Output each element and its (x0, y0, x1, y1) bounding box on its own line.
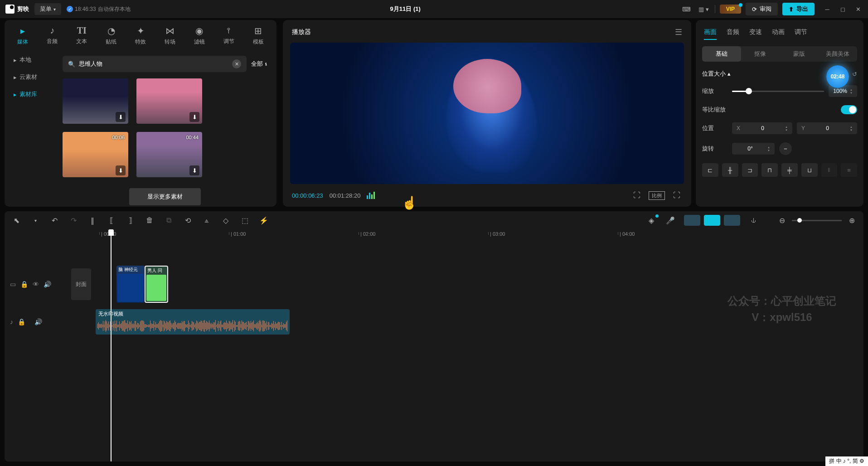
copy-icon[interactable]: ⧉ (163, 216, 174, 224)
align-right-icon[interactable]: ⊐ (742, 163, 758, 177)
player-menu-icon[interactable]: ☰ (675, 27, 682, 37)
audio-mute-icon[interactable]: 🔊 (34, 318, 42, 325)
rotation-minus-button[interactable]: − (779, 142, 792, 155)
align-left-icon[interactable]: ⊏ (702, 163, 718, 177)
close-button[interactable]: ✕ (853, 5, 863, 14)
show-more-button[interactable]: 显示更多素材 (129, 188, 201, 205)
fullscreen-icon[interactable]: ⛶ (671, 190, 682, 200)
split-icon[interactable]: ‖ (87, 216, 98, 225)
tab-transition[interactable]: ⋈转场 (155, 24, 184, 48)
audio-clip[interactable]: 无水印视频 (96, 309, 290, 335)
search-box[interactable]: 🔍 ✕ (63, 56, 247, 72)
props-tab-video[interactable]: 画面 (704, 28, 717, 40)
media-thumbnail[interactable]: ⬇ (63, 78, 128, 124)
video-clip-2[interactable]: 男人 问 (145, 266, 168, 303)
props-tab-anim[interactable]: 动画 (772, 28, 785, 40)
filter-all-button[interactable]: 全部 ⫮ (251, 60, 267, 68)
media-thumbnail[interactable]: 00:06⬇ (63, 132, 128, 177)
align-top-icon[interactable]: ⊓ (761, 163, 778, 177)
subcat-library[interactable]: ▸ 素材库 (8, 86, 54, 103)
zoom-in-icon[interactable]: ⊕ (846, 216, 857, 225)
props-tab-audio[interactable]: 音频 (727, 28, 739, 40)
link-icon[interactable]: ⫝ (748, 216, 759, 224)
playhead[interactable] (111, 229, 112, 461)
subcat-cloud[interactable]: ▸ 云素材 (8, 68, 54, 86)
download-icon[interactable]: ⬇ (116, 165, 126, 175)
download-icon[interactable]: ⬇ (116, 112, 126, 122)
props-tab-speed[interactable]: 变速 (749, 28, 762, 40)
download-icon[interactable]: ⬇ (189, 165, 199, 175)
position-x-input[interactable]: X0▲▼ (732, 122, 792, 134)
reset-icon[interactable]: ↺ (852, 71, 857, 78)
media-thumbnail[interactable]: ⬇ (136, 78, 202, 124)
zoom-out-icon[interactable]: ⊖ (776, 216, 787, 225)
voiceover-icon[interactable]: 🎤 (665, 216, 676, 225)
timeline[interactable]: | 00:00 | 01:00 | 02:00 | 03:00 | 04:00 … (5, 229, 863, 461)
track-visibility-icon[interactable]: ▭ (10, 281, 16, 288)
tab-filter[interactable]: ◉滤镜 (184, 24, 214, 48)
vip-badge[interactable]: VIP (720, 5, 741, 14)
track-mute-icon[interactable]: 🔊 (44, 281, 51, 288)
tab-template[interactable]: ⊞模板 (243, 24, 273, 48)
tab-effects[interactable]: ✦特效 (126, 24, 155, 48)
export-button[interactable]: ⬆ 导出 (782, 3, 815, 15)
track-eye-icon[interactable]: 👁 (33, 281, 39, 288)
track-mode-2[interactable] (704, 215, 720, 226)
rotate-icon[interactable]: ◇ (220, 216, 231, 225)
layout-icon[interactable]: ▥ ▾ (698, 5, 710, 14)
video-clip-1[interactable]: 脑 神经元 (116, 266, 145, 303)
subtab-mask[interactable]: 蒙版 (780, 46, 819, 62)
subtab-beauty[interactable]: 美颜美体 (819, 46, 858, 62)
subcat-local[interactable]: ▸ 本地 (8, 51, 54, 68)
clear-search-button[interactable]: ✕ (232, 59, 241, 68)
subtab-cutout[interactable]: 抠像 (741, 46, 780, 62)
track-mode-3[interactable] (724, 215, 740, 226)
position-y-input[interactable]: Y0▲▼ (797, 122, 857, 134)
menu-button[interactable]: 菜单▾ (34, 3, 61, 15)
select-tool-icon[interactable]: ⬉ (11, 216, 22, 225)
media-thumbnail[interactable]: 00:44⬇ (136, 132, 202, 177)
delete-icon[interactable]: 🗑 (144, 216, 155, 224)
mirror-icon[interactable]: ⟁ (201, 216, 212, 224)
zoom-slider[interactable] (792, 220, 842, 221)
keyboard-icon[interactable]: ⌨ (680, 5, 693, 14)
track-lock-icon[interactable]: 🔒 (20, 281, 28, 288)
undo-icon[interactable]: ↶ (49, 216, 60, 225)
ratio-button[interactable]: 比例 (649, 191, 665, 200)
maximize-button[interactable]: ◻ (838, 5, 847, 14)
crop-icon[interactable]: ⬚ (239, 216, 250, 225)
align-center-v-icon[interactable]: ╪ (781, 163, 798, 177)
tab-sticker[interactable]: ◔贴纸 (97, 24, 126, 48)
ime-status-bar[interactable]: 拼 中 ♪ °, 简 ⚙ (825, 456, 868, 466)
magnet-icon[interactable]: ◈ (646, 216, 657, 225)
redo-icon[interactable]: ↷ (68, 216, 79, 225)
props-tab-adjust[interactable]: 调节 (795, 28, 807, 40)
select-dropdown-icon[interactable]: ▾ (30, 218, 41, 223)
rotation-input[interactable]: 0°▲▼ (732, 143, 775, 155)
audio-lock-icon[interactable]: 🔒 (18, 318, 25, 325)
player-viewport[interactable] (290, 43, 684, 184)
media-grid: ⬇ ⬇ 00:06⬇ 00:44⬇ (63, 78, 267, 177)
trim-right-icon[interactable]: ⟧ (125, 216, 136, 225)
cover-button[interactable]: 封面 (71, 268, 91, 300)
tab-audio[interactable]: ♪音频 (38, 24, 67, 48)
align-bottom-icon[interactable]: ⊔ (801, 163, 818, 177)
tab-media[interactable]: ▸媒体 (8, 24, 38, 48)
subtab-basic[interactable]: 基础 (702, 46, 741, 62)
trim-left-icon[interactable]: ⟦ (106, 216, 117, 225)
search-input[interactable] (79, 61, 228, 68)
audio-track-icon[interactable]: ♪ (10, 318, 13, 325)
tab-text[interactable]: TI文本 (67, 24, 97, 48)
timeline-ruler[interactable]: | 00:00 | 01:00 | 02:00 | 03:00 | 04:00 (70, 229, 863, 240)
track-mode-1[interactable] (684, 215, 700, 226)
scale-slider[interactable] (732, 91, 824, 92)
align-center-h-icon[interactable]: ╫ (722, 163, 738, 177)
ai-icon[interactable]: ⚡ (258, 216, 269, 225)
crop-icon[interactable]: ⛶ (631, 190, 642, 200)
minimize-button[interactable]: ─ (823, 5, 832, 14)
download-icon[interactable]: ⬇ (189, 112, 199, 122)
uniform-scale-toggle[interactable] (841, 105, 857, 114)
tab-adjust[interactable]: ⫯调节 (214, 24, 243, 48)
reverse-icon[interactable]: ⟲ (182, 216, 193, 225)
review-button[interactable]: ⟳ 审阅 (746, 3, 778, 15)
